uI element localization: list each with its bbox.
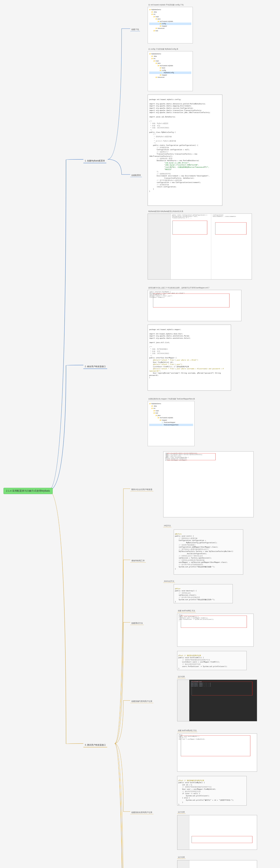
sub-create-subpackage[interactable]: 创建子包 (130, 28, 140, 31)
leaf-findbyid-result[interactable]: 运行结果 (177, 811, 186, 814)
sub-create-test-class[interactable]: 期间UI以会话用户映射器 (130, 488, 153, 491)
tree-pkg[interactable]: net.huawei.mybatis (149, 20, 191, 23)
leaf-findall-result[interactable]: 运行结果 (177, 675, 186, 678)
tree2-root[interactable]: MyBatisDemo (149, 53, 191, 55)
screenshot-findbyid-result (177, 815, 257, 850)
note-annotation: 采用注解方式在上面三个方法前加以说明，这样就可以不用写UserMapper.xm… (148, 286, 210, 289)
sub-test-find-by-id[interactable]: 创建按编号查询用户记录 (130, 700, 153, 703)
tree-java[interactable]: java (149, 18, 191, 20)
leaf-findbyid[interactable]: 创建 testFindById() 方法 (177, 729, 197, 732)
tree3-title: 在测试类所在包 mapper 子包里创建 TestUserMapperNew 类 (148, 398, 195, 400)
root-node[interactable]: 2.1.4 采用配置类与注解方式使用MyBatis (3, 488, 53, 494)
project-tree-1: MyBatisDemo .idea src main java net.huaw… (148, 7, 193, 43)
tree-mapper[interactable]: mapper (149, 25, 191, 27)
leaf-init[interactable]: init()方法 (163, 524, 172, 527)
tree-src[interactable]: src (149, 13, 191, 16)
screenshot-annotation: public interface UserMapper { @Select("s… (148, 290, 242, 321)
code-findbyid: @Test // 测试按编号查询用户记录 public void testFin… (177, 776, 247, 806)
tree-idea[interactable]: .idea (149, 11, 191, 13)
leaf-findbyname-result[interactable]: 运行结果 (177, 856, 186, 859)
sub-prepare-cleanup[interactable]: 准备和收尾工作 (130, 559, 146, 562)
node-test-mapper[interactable]: 3. 测试用户映射器接口 (83, 743, 107, 747)
code-destroy: @After public void destroy() { // 关闭SQL会… (174, 584, 233, 603)
node-create-config-class[interactable]: 1. 创建MyBatis配置类 (83, 159, 106, 163)
screenshot-config-compare: public static Configuration getConfigura… (148, 214, 252, 279)
sub-create-test-method[interactable]: 创建测试方法 (130, 621, 144, 625)
screenshot-findbyname-result (177, 860, 257, 868)
project-tree-2: MyBatisDemo .idea src main java net.huaw… (148, 51, 193, 91)
code-init: @Before public void init() { // 获取MyBati… (174, 529, 243, 575)
leaf-findall[interactable]: 创建 testFindAll() 方法 (177, 609, 196, 612)
node-modify-mapper[interactable]: 2. 修改用户映射器接口 (83, 365, 107, 369)
screenshot-test-class: import org.apache.ibatis.session.SqlSess… (163, 452, 254, 517)
code-user-mapper: package net.huawei.mybatis.mapper; impor… (148, 324, 231, 391)
tree1-title: 在 net.huawei.mybatis 节包里创建 config 子包 (148, 3, 184, 6)
tree-root[interactable]: MyBatisDemo (149, 8, 191, 11)
code-findall: @Test // 测试查全部用户记录 public void testFindA… (177, 651, 247, 670)
project-tree-3: MyBatisDemo .idea src main test java net… (148, 401, 194, 446)
code-mybatis-config: package net.huawei.mybatis.config; impor… (148, 95, 222, 206)
leaf-destroy[interactable]: destroy()方法 (163, 580, 175, 583)
tree-resources[interactable]: resources (149, 27, 191, 30)
tree-config[interactable]: config (149, 23, 191, 25)
sub-create-config-class[interactable]: 创建配置类 (130, 174, 142, 177)
tree-main[interactable]: main (149, 16, 191, 18)
sub-test-find-by-name[interactable]: 创建按姓名查询用户记录 (130, 811, 153, 814)
note-config-comparison: MyBatis配置类与MyBatis配置文件的对应关系 (148, 210, 184, 213)
screenshot-findall: @Test public void testFindAll() { List<U… (177, 614, 254, 647)
screenshot-findbyid: @Test public void testFindById() { int i… (177, 734, 257, 772)
tree-test[interactable]: test (149, 30, 191, 32)
screenshot-findall-result: SQL会话对象已创建~ User{id=1, name='...', ...} … (177, 680, 257, 721)
tree2-title: 在 config 子包里创建 MyBatisConfig 类 (148, 48, 179, 51)
tree2-file[interactable]: MyBatisConfig (149, 71, 191, 74)
